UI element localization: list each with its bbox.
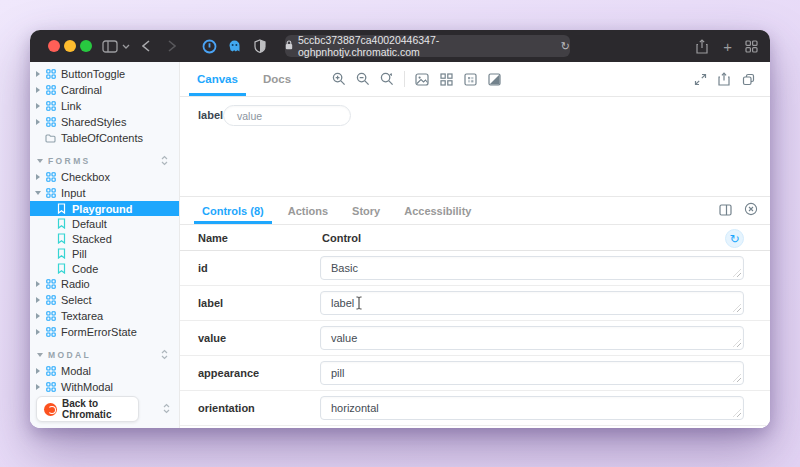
sidebar-item-label: SharedStyles [61, 116, 126, 128]
chevron-right-icon [36, 87, 40, 93]
sidebar-story-pill[interactable]: Pill [30, 246, 179, 261]
preview-field-label: label [198, 109, 223, 121]
sidebar-item-select[interactable]: Select [30, 292, 179, 308]
back-to-chromatic-button[interactable]: Back to Chromatic [36, 396, 139, 422]
tab-docs[interactable]: Docs [255, 62, 299, 96]
sidebar-item-textarea[interactable]: Textarea [30, 308, 179, 324]
new-tab-icon[interactable]: + [723, 38, 732, 54]
close-panel-icon[interactable] [744, 202, 758, 220]
zoom-window-button[interactable] [80, 40, 92, 52]
expand-collapse-icon[interactable] [160, 349, 169, 362]
sidebar-item-label: Modal [61, 365, 91, 377]
sidebar-item-tableofcontents[interactable]: TableOfContents [30, 130, 179, 146]
component-icon [45, 172, 56, 183]
component-icon [45, 279, 56, 290]
sidebar-item-label: Link [61, 100, 81, 112]
resize-handle[interactable] [733, 339, 741, 347]
back-to-chromatic-label: Back to Chromatic [62, 398, 138, 420]
outline-icon[interactable] [482, 62, 506, 96]
back-icon[interactable] [142, 38, 150, 54]
address-bar[interactable]: 5ccbc373887ca40020446347-oghpnhotjv.chro… [285, 35, 570, 57]
component-icon [45, 366, 56, 377]
bookmark-icon [56, 248, 67, 259]
extension-onepassword-icon[interactable] [202, 38, 217, 54]
sidebar-item-formerrorstate[interactable]: FormErrorState [30, 324, 179, 340]
preview-text-input[interactable]: value [223, 105, 351, 126]
sidebar-story-stacked[interactable]: Stacked [30, 231, 179, 246]
chevron-right-icon [36, 368, 40, 374]
tab-story[interactable]: Story [344, 197, 388, 224]
fullscreen-icon[interactable] [688, 62, 712, 96]
zoom-in-icon[interactable] [327, 62, 351, 96]
chevron-down-icon [35, 191, 41, 195]
sidebar-item-modal[interactable]: Modal [30, 363, 179, 379]
forward-icon[interactable] [168, 38, 176, 54]
sidebar-item-label: Input [61, 187, 85, 199]
control-row-label: label label [180, 286, 770, 321]
control-textarea-id[interactable]: Basic [320, 256, 744, 280]
caret-down-icon [37, 353, 43, 357]
sidebar-item-label: Pill [72, 248, 87, 260]
tab-actions[interactable]: Actions [280, 197, 336, 224]
sidebar-item-link[interactable]: Link [30, 98, 179, 114]
tab-controls[interactable]: Controls (8) [194, 197, 272, 224]
expand-collapse-icon[interactable] [160, 155, 169, 168]
sidebar-item-cardinal[interactable]: Cardinal [30, 82, 179, 98]
sidebar-item-withmodal[interactable]: WithModal [30, 379, 179, 395]
sidebar-story-default[interactable]: Default [30, 216, 179, 231]
sidebar-item-sharedstyles[interactable]: SharedStyles [30, 114, 179, 130]
minimize-window-button[interactable] [64, 40, 76, 52]
resize-handle[interactable] [733, 409, 741, 417]
bookmark-icon [56, 218, 67, 229]
component-icon [45, 382, 56, 393]
toolbar-divider [404, 71, 405, 87]
story-preview: label value [180, 97, 770, 197]
sidebar-item-input[interactable]: Input [30, 185, 179, 201]
sidebar-item-radio[interactable]: Radio [30, 276, 179, 292]
sidebar-story-code[interactable]: Code [30, 261, 179, 276]
sidebar-item-label: Checkbox [61, 171, 110, 183]
chevron-right-icon [36, 174, 40, 180]
zoom-reset-icon[interactable] [375, 62, 399, 96]
chevron-down-icon[interactable] [122, 38, 130, 54]
resize-handle[interactable] [733, 374, 741, 382]
browser-titlebar: 5ccbc373887ca40020446347-oghpnhotjv.chro… [30, 30, 770, 62]
sidebar-section-forms[interactable]: FORMS [30, 153, 179, 169]
component-icon [45, 85, 56, 96]
control-textarea-label[interactable]: label [320, 291, 744, 315]
chevron-right-icon [36, 384, 40, 390]
extension-ghost-icon[interactable] [228, 38, 241, 54]
sidebar-story-playground[interactable]: Playground [30, 201, 179, 216]
sidebar-item-label: Textarea [61, 310, 103, 322]
reload-icon[interactable]: ↻ [561, 40, 570, 53]
panel-position-icon[interactable] [719, 202, 732, 220]
copy-link-icon[interactable] [736, 62, 760, 96]
chevron-right-icon [36, 103, 40, 109]
resize-handle[interactable] [733, 304, 741, 312]
control-textarea-appearance[interactable]: pill [320, 361, 744, 385]
storybook-main: Canvas Docs [180, 62, 770, 428]
share-icon[interactable] [696, 38, 708, 54]
grid-icon[interactable] [434, 62, 458, 96]
control-textarea-value[interactable]: value [320, 326, 744, 350]
expand-collapse-icon[interactable] [162, 403, 171, 416]
control-textarea-orientation[interactable]: horizontal [320, 396, 744, 420]
tab-canvas[interactable]: Canvas [189, 62, 246, 96]
zoom-out-icon[interactable] [351, 62, 375, 96]
sidebar-item-checkbox[interactable]: Checkbox [30, 169, 179, 185]
reset-controls-button[interactable]: ↻ [725, 229, 744, 248]
resize-handle[interactable] [733, 269, 741, 277]
storybook-app: ButtonToggle Cardinal Link SharedStyles [30, 62, 770, 428]
open-in-new-tab-icon[interactable] [712, 62, 736, 96]
chromatic-logo-icon [44, 403, 57, 416]
sidebar-item-buttontoggle[interactable]: ButtonToggle [30, 66, 179, 82]
extension-shield-icon[interactable] [254, 38, 266, 54]
background-icon[interactable] [410, 62, 434, 96]
sidebar-toggle-icon[interactable] [102, 38, 118, 54]
tab-overview-icon[interactable] [745, 38, 758, 54]
column-header-control: Control [322, 232, 361, 244]
measure-icon[interactable] [458, 62, 482, 96]
tab-accessibility[interactable]: Accessibility [396, 197, 479, 224]
sidebar-section-modal[interactable]: MODAL [30, 347, 179, 363]
close-window-button[interactable] [48, 40, 60, 52]
